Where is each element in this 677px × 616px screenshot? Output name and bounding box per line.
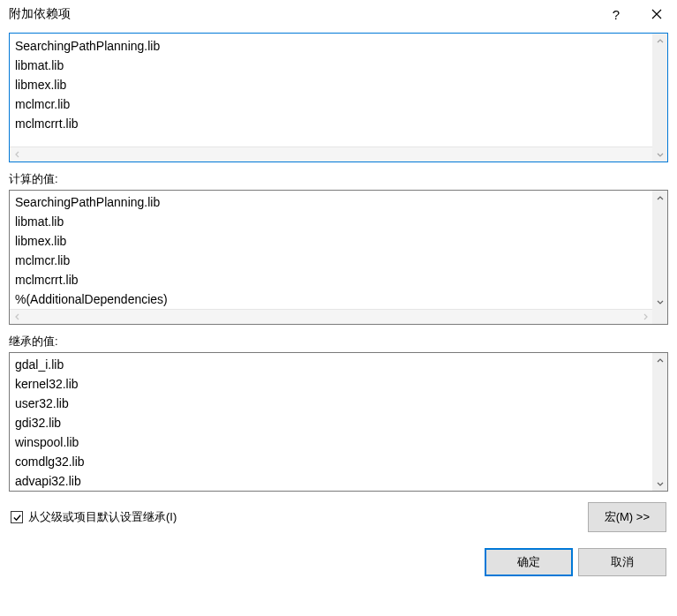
dialog-title: 附加依赖项 [9,6,71,22]
dialog-button-row: 确定 取消 [9,548,668,576]
list-item: mclmcr.lib [15,251,652,270]
list-item: mclmcrrt.lib [15,114,652,133]
scroll-down-icon[interactable] [652,146,667,162]
list-item: libmat.lib [15,212,652,231]
list-item: user32.lib [15,394,652,413]
input-vertical-scrollbar[interactable] [652,34,667,162]
title-controls: ? [596,0,677,28]
scroll-up-icon[interactable] [652,34,667,49]
inherit-checkbox-label: 从父级或项目默认设置继承(I) [28,509,177,525]
list-item: SearchingPathPlanning.lib [15,192,652,212]
cancel-button[interactable]: 取消 [578,548,666,576]
scroll-down-icon[interactable] [652,476,667,491]
help-button[interactable]: ? [596,0,636,28]
list-item: gdal_i.lib [15,355,652,374]
close-icon [651,9,662,19]
dependencies-input[interactable]: SearchingPathPlanning.liblibmat.liblibme… [9,33,668,162]
computed-horizontal-scrollbar[interactable] [10,309,652,324]
title-bar: 附加依赖项 ? [0,0,677,28]
list-item: mclmcrrt.lib [15,270,652,289]
list-item: %(AdditionalDependencies) [15,289,652,309]
inherited-vertical-scrollbar[interactable] [652,353,667,491]
inherited-label: 继承的值: [9,334,668,349]
dialog-content: SearchingPathPlanning.liblibmat.liblibme… [0,28,677,576]
macro-button[interactable]: 宏(M) >> [588,502,666,532]
list-item: gdi32.lib [15,413,652,432]
list-item: libmat.lib [15,56,652,75]
ok-button[interactable]: 确定 [485,548,573,576]
inherit-checkbox-wrapper[interactable]: 从父级或项目默认设置继承(I) [11,509,177,525]
list-item: libmex.lib [15,231,652,251]
scroll-up-icon[interactable] [652,191,667,206]
computed-values-box: SearchingPathPlanning.liblibmat.liblibme… [9,190,668,325]
list-item: comdlg32.lib [15,452,652,471]
scroll-up-icon[interactable] [652,353,667,368]
scroll-right-icon [637,310,652,325]
list-item: winspool.lib [15,432,652,452]
computed-vertical-scrollbar[interactable] [652,191,667,309]
inherited-values-text: gdal_i.libkernel32.libuser32.libgdi32.li… [10,353,667,491]
inherit-checkbox[interactable] [11,511,23,523]
scroll-corner [652,309,667,324]
dependencies-text[interactable]: SearchingPathPlanning.liblibmat.liblibme… [10,34,667,146]
list-item: SearchingPathPlanning.lib [15,36,652,56]
list-item: mclmcr.lib [15,94,652,114]
list-item: kernel32.lib [15,374,652,394]
scroll-down-icon[interactable] [652,294,667,309]
input-horizontal-scrollbar[interactable] [10,146,667,162]
scroll-left-icon [10,310,25,325]
help-icon: ? [613,7,620,22]
list-item: advapi32.lib [15,471,652,491]
inherited-values-box: gdal_i.libkernel32.libuser32.libgdi32.li… [9,352,668,492]
close-button[interactable] [636,0,677,28]
checkmark-icon [12,513,22,522]
list-item: libmex.lib [15,75,652,94]
options-row: 从父级或项目默认设置继承(I) 宏(M) >> [9,502,668,532]
computed-label: 计算的值: [9,171,668,187]
computed-values-text: SearchingPathPlanning.liblibmat.liblibme… [10,191,667,309]
scroll-left-icon [10,147,25,162]
